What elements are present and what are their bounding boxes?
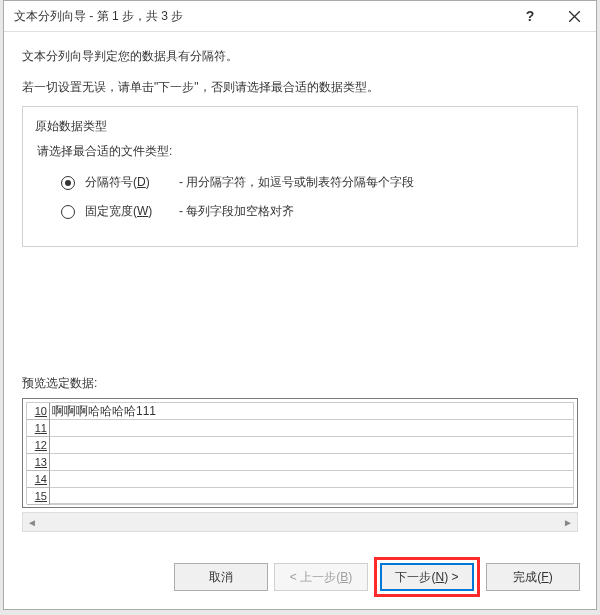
preview-row: 13 [27, 454, 573, 471]
next-button-highlight: 下一步(N) > [374, 557, 480, 597]
scroll-left-icon[interactable]: ◄ [23, 513, 41, 531]
group-legend: 原始数据类型 [31, 118, 111, 135]
preview-row-number: 14 [27, 471, 50, 488]
description-line-2: 若一切设置无误，请单击"下一步"，否则请选择最合适的数据类型。 [22, 79, 578, 96]
wizard-window: 文本分列向导 - 第 1 步，共 3 步 ? 文本分列向导判定您的数据具有分隔符… [3, 0, 597, 610]
preview-row: 15 [27, 488, 573, 505]
window-title: 文本分列向导 - 第 1 步，共 3 步 [14, 1, 508, 31]
preview-list: 10啊啊啊哈哈哈哈1111112131415 [26, 402, 574, 504]
cancel-button[interactable]: 取消 [174, 563, 268, 591]
preview-row: 10啊啊啊哈哈哈哈111 [27, 403, 573, 420]
preview-row-text [50, 471, 573, 488]
preview-box: 10啊啊啊哈哈哈哈1111112131415 [22, 398, 578, 508]
original-data-type-group: 原始数据类型 请选择最合适的文件类型: 分隔符号(D) - 用分隔字符，如逗号或… [22, 106, 578, 247]
radio-icon-selected [61, 176, 75, 190]
group-prompt: 请选择最合适的文件类型: [37, 143, 563, 160]
preview-row: 14 [27, 471, 573, 488]
radio-delimited-desc: - 用分隔字符，如逗号或制表符分隔每个字段 [179, 174, 414, 191]
radio-fixed-label: 固定宽度(W) [85, 203, 169, 220]
preview-row: 12 [27, 437, 573, 454]
next-button[interactable]: 下一步(N) > [380, 563, 474, 591]
close-icon [569, 11, 580, 22]
preview-row-number: 15 [27, 488, 50, 505]
preview-row-number: 12 [27, 437, 50, 454]
finish-button[interactable]: 完成(F) [486, 563, 580, 591]
radio-fixed-width[interactable]: 固定宽度(W) - 每列字段加空格对齐 [61, 203, 563, 220]
button-row: 取消 < 上一步(B) 下一步(N) > 完成(F) [174, 557, 580, 597]
preview-row-number: 13 [27, 454, 50, 471]
title-bar: 文本分列向导 - 第 1 步，共 3 步 ? [4, 1, 596, 32]
preview-row-text [50, 420, 573, 437]
preview-row-number: 10 [27, 403, 50, 420]
preview-row-text [50, 488, 573, 505]
scroll-right-icon[interactable]: ► [559, 513, 577, 531]
preview-row-text [50, 437, 573, 454]
wizard-body: 文本分列向导判定您的数据具有分隔符。 若一切设置无误，请单击"下一步"，否则请选… [4, 32, 596, 542]
back-button: < 上一步(B) [274, 563, 368, 591]
preview-caption: 预览选定数据: [22, 375, 578, 392]
description-line-1: 文本分列向导判定您的数据具有分隔符。 [22, 48, 578, 65]
preview-hscrollbar[interactable]: ◄ ► [22, 512, 578, 532]
preview-row-text: 啊啊啊哈哈哈哈111 [50, 403, 573, 420]
close-button[interactable] [552, 1, 596, 31]
preview-row-number: 11 [27, 420, 50, 437]
radio-fixed-desc: - 每列字段加空格对齐 [179, 203, 294, 220]
radio-delimited[interactable]: 分隔符号(D) - 用分隔字符，如逗号或制表符分隔每个字段 [61, 174, 563, 191]
radio-icon-unselected [61, 205, 75, 219]
help-button[interactable]: ? [508, 1, 552, 31]
radio-delimited-label: 分隔符号(D) [85, 174, 169, 191]
preview-row: 11 [27, 420, 573, 437]
preview-row-text [50, 454, 573, 471]
